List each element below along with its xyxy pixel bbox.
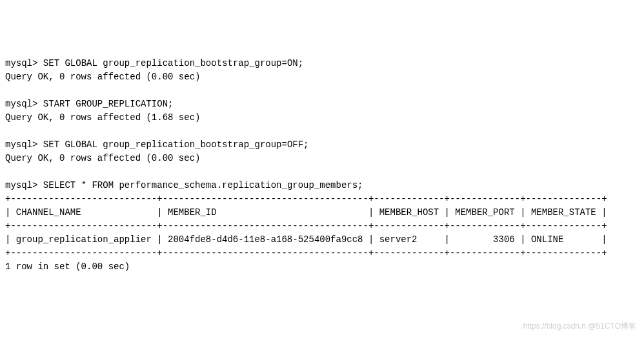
response-3: Query OK, 0 rows affected (0.00 sec): [5, 153, 200, 163]
command-2: START GROUP_REPLICATION;: [43, 99, 174, 109]
prompt: mysql>: [5, 180, 37, 190]
command-3: SET GLOBAL group_replication_bootstrap_g…: [43, 139, 309, 150]
watermark: https://blog.csdn.n @51CTO博客: [523, 320, 636, 332]
table-row: | group_replication_applier | 2004fde8-d…: [5, 234, 607, 245]
terminal-output: mysql> SET GLOBAL group_replication_boot…: [5, 58, 607, 272]
prompt: mysql>: [5, 58, 37, 68]
table-border-bottom: +---------------------------+-----------…: [5, 248, 607, 258]
table-border-mid: +---------------------------+-----------…: [5, 221, 607, 231]
prompt: mysql>: [5, 99, 37, 109]
table-header-row: | CHANNEL_NAME | MEMBER_ID | MEMBER_HOST…: [5, 207, 607, 218]
command-4: SELECT * FROM performance_schema.replica…: [43, 180, 363, 190]
response-2: Query OK, 0 rows affected (1.68 sec): [5, 112, 200, 123]
table-footer: 1 row in set (0.00 sec): [5, 261, 130, 272]
response-1: Query OK, 0 rows affected (0.00 sec): [5, 72, 200, 82]
prompt: mysql>: [5, 139, 37, 150]
command-1: SET GLOBAL group_replication_bootstrap_g…: [43, 58, 303, 68]
table-border-top: +---------------------------+-----------…: [5, 194, 607, 204]
